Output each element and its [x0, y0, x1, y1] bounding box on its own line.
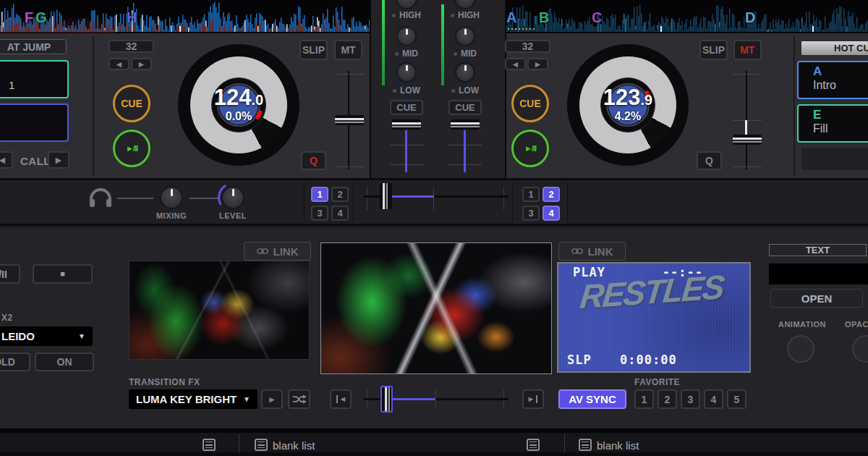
- hotcue-marker-B: B: [539, 10, 549, 25]
- kill-led[interactable]: [451, 14, 454, 17]
- video-fx-hold-button[interactable]: OLD: [0, 352, 30, 371]
- text-panel-header: TEXT: [769, 244, 867, 256]
- gain-knob-ch2[interactable]: [454, 0, 476, 9]
- loop-call-prev-button[interactable]: ◄: [0, 151, 13, 169]
- favorite-button-3[interactable]: 3: [681, 389, 700, 409]
- eq-low-knob-ch1[interactable]: [396, 62, 417, 83]
- video-link-button-left[interactable]: LINK: [244, 242, 311, 261]
- video-fx-on-button[interactable]: ON: [35, 352, 94, 371]
- pitch-fader-right[interactable]: [733, 135, 762, 145]
- kill-led[interactable]: [392, 14, 396, 17]
- playlist-tab-right[interactable]: blank list: [579, 439, 723, 453]
- waveform-overview-left[interactable]: FGH: [0, 0, 371, 33]
- favorite-button-2[interactable]: 2: [658, 389, 677, 409]
- play-pause-button-left[interactable]: ►/II: [113, 130, 150, 167]
- video-fade-left-button[interactable]: ◄: [330, 389, 352, 409]
- eq-low-label-ch1: LOW: [380, 85, 433, 96]
- headphone-cue-button-ch1[interactable]: CUE: [390, 100, 423, 115]
- xfader-assign-left-1[interactable]: 1: [311, 187, 328, 202]
- level-label: LEVEL: [214, 211, 252, 220]
- bpm-fraction: .0: [252, 92, 264, 108]
- slip-button-right[interactable]: SLIP: [699, 40, 728, 60]
- master-tempo-button-left[interactable]: MT: [334, 40, 362, 60]
- cue-button-left[interactable]: CUE: [113, 85, 150, 122]
- beatjump-length-button-right[interactable]: 32: [505, 40, 550, 53]
- hot-cue-slot-e[interactable]: E Fill: [797, 104, 868, 143]
- playlist-tab-left[interactable]: blank list: [255, 439, 399, 453]
- video-fade-right-button[interactable]: ►: [522, 389, 544, 409]
- favorite-button-4[interactable]: 4: [704, 389, 723, 409]
- text-opacity-knob[interactable]: [852, 335, 868, 363]
- mixer-border: [370, 0, 371, 178]
- favorite-button-1[interactable]: 1: [634, 389, 654, 409]
- hot-cue-slot-a[interactable]: A Intro: [797, 61, 868, 99]
- xfader-assign-left-4[interactable]: 4: [331, 206, 349, 221]
- cue-level-knob[interactable]: [221, 186, 244, 209]
- transition-fx-select[interactable]: LUMA KEY BRIGHT ▼: [129, 389, 258, 409]
- channel-fader-ch1[interactable]: [392, 119, 421, 130]
- video-play-pause-button[interactable]: /II: [0, 264, 20, 284]
- video-fx-select[interactable]: LEIDO ▼: [0, 326, 93, 346]
- beatjump-length-button[interactable]: 32: [109, 40, 154, 53]
- loop-call-next-button[interactable]: ►: [48, 151, 69, 169]
- list-icon-button[interactable]: [203, 439, 216, 451]
- pitch-offset-indicator: [745, 120, 747, 136]
- jog-wheel-left[interactable]: 124.0 0.0%: [177, 43, 300, 166]
- eq-low-knob-ch2[interactable]: [455, 62, 475, 83]
- favorite-button-5[interactable]: 5: [727, 389, 746, 409]
- cue-a-loop-marks: [508, 28, 537, 30]
- kill-led[interactable]: [454, 52, 457, 56]
- kill-led[interactable]: [393, 89, 396, 93]
- hot-cue-slot-empty[interactable]: [801, 148, 868, 170]
- eq-mid-knob-ch1[interactable]: [396, 26, 417, 46]
- list-icon-button[interactable]: [527, 439, 540, 451]
- pitch-center-tick: [733, 120, 762, 121]
- play-pause-button-right[interactable]: ►/II: [511, 130, 549, 167]
- deck-left-readout: 124.0 0.0%: [178, 44, 299, 166]
- kill-led[interactable]: [451, 89, 455, 93]
- video-master-output: [320, 242, 552, 374]
- crossfader-handle[interactable]: [380, 183, 392, 209]
- text-animation-knob[interactable]: [787, 335, 814, 363]
- transition-shuffle-button[interactable]: [288, 389, 310, 409]
- right-arrow-icon: ►: [527, 395, 535, 403]
- gain-knob-ch1[interactable]: [396, 0, 417, 9]
- text-open-button[interactable]: OPEN: [770, 289, 863, 308]
- xfader-assign-right-3[interactable]: 3: [522, 206, 540, 221]
- jog-wheel-right[interactable]: 123.9 4.2%: [566, 43, 689, 166]
- left-arrow-icon: ◄: [0, 155, 7, 165]
- xfader-assign-right-4[interactable]: 4: [542, 206, 560, 221]
- quantize-button-right[interactable]: Q: [697, 151, 722, 170]
- beatjump-back-button[interactable]: ◄: [109, 58, 129, 70]
- video-stop-button[interactable]: ■: [33, 264, 93, 284]
- slip-button-left[interactable]: SLIP: [299, 40, 328, 60]
- quantize-button-left[interactable]: Q: [301, 151, 326, 170]
- bar-divider: [512, 182, 513, 222]
- xfader-assign-left-2[interactable]: 2: [331, 187, 349, 202]
- text-input[interactable]: [769, 263, 868, 284]
- video-crossfader-handle[interactable]: [380, 386, 393, 413]
- xfader-assign-right-1[interactable]: 1: [522, 187, 540, 202]
- saved-loop-slot-1[interactable]: 1: [0, 60, 69, 98]
- channel-fader-ch2[interactable]: [451, 119, 480, 130]
- beatjump-forward-button[interactable]: ►: [131, 58, 152, 70]
- transition-play-button[interactable]: ►: [261, 389, 283, 409]
- beatjump-forward-button-right[interactable]: ►: [527, 58, 548, 70]
- beatjump-back-button-right[interactable]: ◄: [505, 58, 526, 70]
- cue-mixing-knob[interactable]: [160, 186, 183, 209]
- library-bar: blank list blank list: [0, 428, 868, 456]
- xfader-assign-left-3[interactable]: 3: [311, 206, 328, 221]
- waveform-overview-right[interactable]: ABCD: [506, 0, 868, 33]
- master-tempo-button-right[interactable]: MT: [733, 40, 762, 60]
- headphone-cue-button-ch2[interactable]: CUE: [448, 100, 482, 115]
- saved-loop-slot-2[interactable]: [0, 104, 69, 142]
- eq-mid-knob-ch2[interactable]: [455, 26, 475, 46]
- video-link-button-right[interactable]: LINK: [558, 242, 626, 261]
- av-sync-button[interactable]: AV SYNC: [558, 389, 626, 409]
- skip-bar: [536, 395, 537, 403]
- cue-button-right[interactable]: CUE: [511, 85, 549, 122]
- kill-led[interactable]: [395, 52, 399, 56]
- pitch-fader-left[interactable]: [335, 115, 364, 125]
- xfader-assign-right-2[interactable]: 2: [542, 187, 560, 202]
- vcr-counter-text: 0:00:00: [620, 352, 677, 367]
